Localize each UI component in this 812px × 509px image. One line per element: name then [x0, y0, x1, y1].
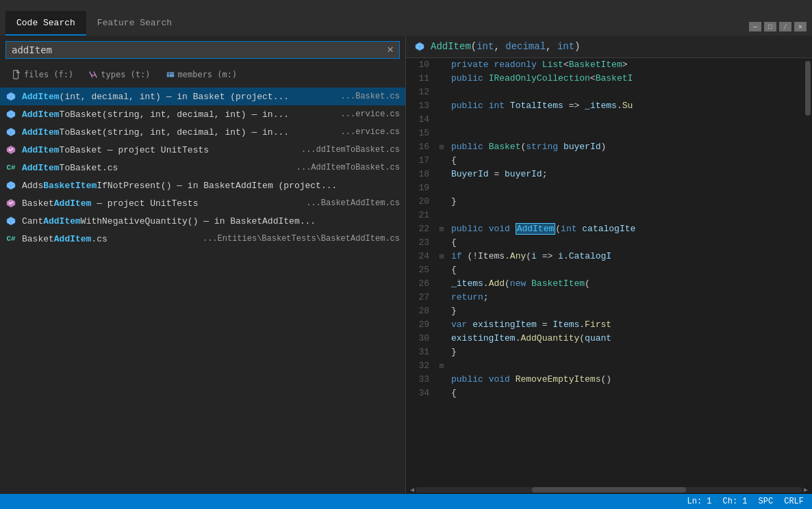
result-text: AddItemToBasket(string, int, decimal, in… [22, 109, 335, 120]
code-line: } [451, 345, 804, 359]
code-rows: 1011121314 1516171819 2021222324 2526272… [406, 58, 812, 486]
editor-cube-icon [414, 41, 425, 52]
result-text: AddItemToBasket(string, int, decimal, in… [22, 127, 335, 138]
code-line: _items.Add(new BasketItem( [451, 277, 804, 291]
member-icon [166, 70, 175, 79]
code-line: existingItem.AddQuantity(quant [451, 332, 804, 345]
restore-button[interactable]: □ [764, 22, 776, 31]
code-line: { [451, 263, 804, 277]
code-line: BuyerId = buyerId; [451, 168, 804, 181]
filter-types-label: types (t:) [101, 70, 150, 79]
ln-status: Ln: 1 [687, 497, 712, 506]
result-item[interactable]: AddItemToBasket — project UnitTests ...d… [0, 141, 405, 159]
filter-files-label: files (f:) [24, 70, 73, 79]
cube-icon [5, 91, 16, 102]
cube-icon [5, 127, 16, 138]
search-box: ✕ [5, 41, 400, 59]
csharp-icon: C# [5, 162, 16, 173]
result-text: CantAddItemWithNegativeQuantity() — in B… [22, 216, 394, 226]
expand-button[interactable]: ⊞ [435, 250, 448, 263]
tab-feature-search[interactable]: Feature Search [86, 11, 183, 36]
result-item[interactable]: AddItem(int, decimal, int) — in Basket (… [0, 88, 405, 105]
result-text: AddItemToBasket.cs [22, 163, 291, 173]
result-text: AddsBasketItemIfNotPresent() — in Basket… [22, 181, 394, 191]
vertical-scrollbar[interactable] [804, 58, 812, 486]
result-item[interactable]: C# BasketAddItem.cs ...Entities\BasketTe… [0, 230, 405, 248]
result-text: BasketAddItem.cs [22, 234, 197, 244]
encoding-status: SPC [759, 497, 774, 506]
code-line [451, 86, 804, 99]
minimize-button[interactable]: ― [749, 22, 761, 31]
close-button[interactable]: ✕ [794, 22, 807, 31]
window-controls: ― □ ∕ ✕ [749, 22, 807, 36]
code-line: { [451, 387, 804, 400]
result-path: ...AddItemToBasket.cs [296, 163, 400, 172]
cube-icon [5, 216, 16, 226]
tab-bar: Code Search Feature Search ― □ ∕ ✕ [0, 0, 812, 36]
code-line: public IReadOnlyCollection<BasketI [451, 72, 804, 86]
clear-search-button[interactable]: ✕ [387, 44, 394, 55]
svg-rect-0 [14, 70, 18, 79]
result-item[interactable]: C# AddItemToBasket.cs ...AddItemToBasket… [0, 159, 405, 177]
result-highlight: AddItem [22, 92, 60, 102]
result-item[interactable]: CantAddItemWithNegativeQuantity() — in B… [0, 212, 405, 230]
scroll-track[interactable] [416, 487, 802, 493]
result-text: BasketAddItem — project UnitTests [22, 198, 301, 209]
pin-button[interactable]: ∕ [779, 22, 791, 31]
code-line: public void RemoveEmptyItems() [451, 373, 804, 387]
tab-feature-search-label: Feature Search [97, 18, 172, 28]
result-text: AddItem(int, decimal, int) — in Basket (… [22, 92, 335, 102]
code-line [451, 209, 804, 222]
code-line [451, 113, 804, 127]
code-line: { [451, 154, 804, 168]
type-icon [88, 70, 98, 79]
result-path: ...ddItemToBasket.cs [301, 145, 400, 155]
horizontal-scrollbar[interactable]: ◀ ▶ [406, 486, 812, 494]
right-panel: AddItem(int, decimal, int) 1011121314 15… [406, 36, 812, 494]
result-item[interactable]: BasketAddItem — project UnitTests ...Bas… [0, 194, 405, 212]
result-item[interactable]: AddItemToBasket(string, int, decimal, in… [0, 123, 405, 141]
filter-members-button[interactable]: members (m:) [160, 67, 244, 82]
left-panel: ✕ files (f:) types (t:) [0, 36, 406, 494]
filter-types-button[interactable]: types (t:) [82, 67, 156, 82]
code-content: private readonly List<BasketItem> public… [448, 58, 804, 486]
code-line: } [451, 304, 804, 318]
result-path: ...ervice.cs [341, 127, 400, 137]
result-path: ...Entities\BasketTests\BasketAddItem.cs [203, 234, 400, 244]
csharp-icon: C# [5, 233, 16, 244]
code-line: return; [451, 291, 804, 304]
search-input[interactable] [12, 44, 387, 55]
code-line: { [451, 236, 804, 250]
test-icon [5, 198, 16, 209]
ch-status: Ch: 1 [723, 497, 748, 506]
code-line: if (!Items.Any(i => i.CatalogI [451, 250, 804, 263]
expand-button[interactable]: ⊞ [435, 359, 448, 373]
code-line [451, 359, 804, 373]
main-area: ✕ files (f:) types (t:) [0, 36, 812, 494]
test-icon [5, 144, 16, 155]
gutter: ⊞ ⊞ ⊞ ⊞ [435, 58, 448, 486]
tab-code-search[interactable]: Code Search [5, 11, 86, 36]
expand-button[interactable]: ⊞ [435, 140, 448, 154]
result-item[interactable]: AddsBasketItemIfNotPresent() — in Basket… [0, 177, 405, 194]
result-path: ...Basket.cs [341, 92, 400, 101]
filter-members-label: members (m:) [178, 70, 238, 79]
code-line: } [451, 195, 804, 209]
results-list: AddItem(int, decimal, int) — in Basket (… [0, 88, 405, 494]
code-line [451, 181, 804, 195]
expand-button[interactable]: ⊞ [435, 222, 448, 236]
filter-files-button[interactable]: files (f:) [5, 67, 79, 82]
editor-header: AddItem(int, decimal, int) [406, 36, 812, 58]
scroll-thumb[interactable] [532, 487, 687, 493]
result-item[interactable]: AddItemToBasket(string, int, decimal, in… [0, 105, 405, 123]
scrollbar-thumb[interactable] [805, 61, 811, 116]
svg-rect-1 [166, 73, 174, 77]
code-line [451, 127, 804, 140]
status-bar: Ln: 1 Ch: 1 SPC CRLF [0, 494, 812, 509]
code-line: public void AddItem(int catalogIte [451, 222, 804, 236]
tab-code-search-label: Code Search [16, 18, 75, 28]
code-viewport: 1011121314 1516171819 2021222324 2526272… [406, 58, 812, 494]
scroll-left-button[interactable]: ◀ [409, 486, 416, 494]
line-numbers: 1011121314 1516171819 2021222324 2526272… [406, 58, 435, 486]
scroll-right-button[interactable]: ▶ [802, 486, 809, 494]
